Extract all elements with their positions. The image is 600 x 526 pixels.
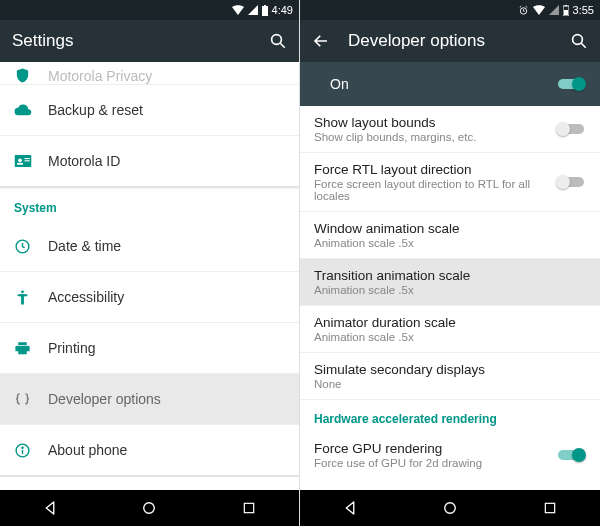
list-item-label: Backup & reset: [48, 102, 143, 118]
page-title: Settings: [12, 31, 269, 51]
pref-summary: Animation scale .5x: [314, 284, 586, 296]
alarm-icon: [518, 5, 529, 16]
search-icon[interactable]: [269, 32, 287, 50]
pref-summary: Animation scale .5x: [314, 331, 586, 343]
svg-line-21: [581, 43, 586, 48]
toggle-switch[interactable]: [556, 175, 586, 189]
wifi-icon: [232, 5, 244, 15]
pref-title: Force GPU rendering: [314, 441, 556, 456]
pref-force-rtl[interactable]: Force RTL layout direction Force screen …: [300, 153, 600, 211]
search-icon[interactable]: [570, 32, 588, 50]
svg-point-22: [445, 503, 456, 514]
settings-list[interactable]: Motorola Privacy Backup & reset Motorola…: [0, 62, 299, 490]
list-item-developer-options[interactable]: Developer options: [0, 374, 299, 424]
pref-summary: None: [314, 378, 586, 390]
navigation-bar: [300, 490, 600, 526]
master-toggle-switch[interactable]: [556, 77, 586, 91]
pref-show-layout-bounds[interactable]: Show layout bounds Show clip bounds, mar…: [300, 106, 600, 152]
svg-point-5: [18, 158, 22, 162]
svg-rect-15: [244, 503, 253, 512]
app-bar: Settings: [0, 20, 299, 62]
nav-home-icon[interactable]: [129, 494, 169, 522]
svg-rect-7: [25, 158, 30, 159]
svg-point-10: [21, 290, 24, 293]
svg-rect-0: [262, 6, 268, 16]
status-bar: 4:49: [0, 0, 299, 20]
pref-summary: Force screen layout direction to RTL for…: [314, 178, 556, 202]
pref-title: Show layout bounds: [314, 115, 556, 130]
pref-title: Force RTL layout direction: [314, 162, 556, 177]
nav-recents-icon[interactable]: [229, 494, 269, 522]
pref-animator-duration-scale[interactable]: Animator duration scale Animation scale …: [300, 306, 600, 352]
svg-point-13: [22, 447, 23, 448]
master-toggle-label: On: [314, 76, 556, 92]
svg-point-20: [573, 35, 583, 45]
svg-point-2: [272, 35, 282, 45]
nav-recents-icon[interactable]: [530, 494, 570, 522]
battery-icon: [262, 5, 268, 16]
info-icon: [14, 442, 48, 459]
section-header-system: System: [0, 189, 299, 221]
list-item[interactable]: Motorola ID: [0, 136, 299, 186]
toggle-switch[interactable]: [556, 122, 586, 136]
svg-rect-19: [565, 5, 567, 6]
master-toggle-row[interactable]: On: [300, 62, 600, 106]
pref-title: Simulate secondary displays: [314, 362, 586, 377]
list-item-label: Accessibility: [48, 289, 124, 305]
pref-force-gpu-rendering[interactable]: Force GPU rendering Force use of GPU for…: [300, 432, 600, 478]
svg-rect-6: [17, 163, 23, 165]
app-bar: Developer options: [300, 20, 600, 62]
pref-summary: Force use of GPU for 2d drawing: [314, 457, 556, 469]
nav-home-icon[interactable]: [430, 494, 470, 522]
accessibility-icon: [14, 289, 48, 306]
pref-window-animation-scale[interactable]: Window animation scale Animation scale .…: [300, 212, 600, 258]
signal-icon: [549, 5, 559, 15]
list-item[interactable]: About phone: [0, 425, 299, 475]
pref-title: Window animation scale: [314, 221, 586, 236]
wifi-icon: [533, 5, 545, 15]
list-item[interactable]: Printing: [0, 323, 299, 373]
settings-screen: 4:49 Settings Motorola Privacy Backup & …: [0, 0, 300, 526]
clock-text: 3:55: [573, 4, 594, 16]
section-header-hardware: Hardware accelerated rendering: [300, 400, 600, 432]
svg-rect-18: [564, 10, 568, 15]
clock-text: 4:49: [272, 4, 293, 16]
clock-icon: [14, 238, 48, 255]
list-item-label: Motorola Privacy: [48, 68, 152, 84]
status-bar: 3:55: [300, 0, 600, 20]
nav-back-icon[interactable]: [330, 494, 370, 522]
list-item-label: Motorola ID: [48, 153, 120, 169]
pref-transition-animation-scale[interactable]: Transition animation scale Animation sca…: [300, 259, 600, 305]
cloud-upload-icon: [14, 103, 48, 117]
list-item[interactable]: Motorola Privacy: [0, 62, 299, 84]
battery-icon: [563, 5, 569, 16]
svg-point-14: [144, 503, 155, 514]
page-title: Developer options: [348, 31, 570, 51]
navigation-bar: [0, 490, 299, 526]
pref-title: Transition animation scale: [314, 268, 586, 283]
pref-summary: Show clip bounds, margins, etc.: [314, 131, 556, 143]
preferences-list[interactable]: Show layout bounds Show clip bounds, mar…: [300, 106, 600, 490]
svg-rect-8: [25, 160, 30, 161]
id-card-icon: [14, 154, 48, 168]
list-item[interactable]: Accessibility: [0, 272, 299, 322]
list-item[interactable]: Date & time: [0, 221, 299, 271]
print-icon: [14, 340, 48, 357]
pref-title: Animator duration scale: [314, 315, 586, 330]
signal-icon: [248, 5, 258, 15]
back-arrow-icon[interactable]: [312, 32, 330, 50]
pref-simulate-secondary-displays[interactable]: Simulate secondary displays None: [300, 353, 600, 399]
shield-icon: [14, 67, 48, 84]
braces-icon: [14, 391, 48, 408]
nav-back-icon[interactable]: [30, 494, 70, 522]
list-item[interactable]: Backup & reset: [0, 85, 299, 135]
pref-summary: Animation scale .5x: [314, 237, 586, 249]
svg-rect-1: [264, 5, 266, 6]
developer-options-screen: 3:55 Developer options On Show layout bo…: [300, 0, 600, 526]
list-item-label: Date & time: [48, 238, 121, 254]
toggle-switch[interactable]: [556, 448, 586, 462]
list-item-label: Developer options: [48, 391, 161, 407]
svg-line-3: [280, 43, 285, 48]
list-item-label: About phone: [48, 442, 127, 458]
svg-rect-23: [545, 503, 554, 512]
